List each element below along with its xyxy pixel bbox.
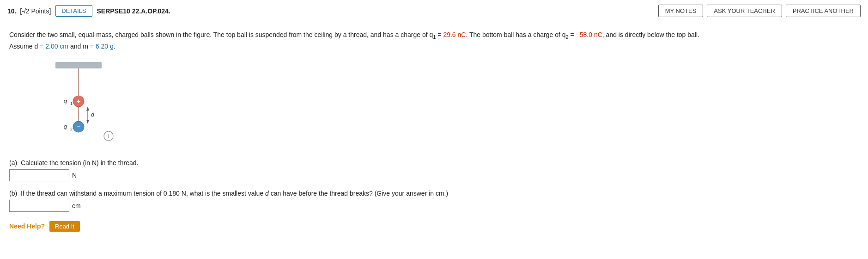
header-left: 10. [-/2 Points] DETAILS SERPSE10 22.A.O… [7,5,653,17]
content-area: Consider the two small, equal-mass, char… [0,22,868,239]
part-a-label: (a) Calculate the tension (in N) in the … [9,159,859,166]
part-a-input-row: N [9,169,859,181]
header-right: MY NOTES ASK YOUR TEACHER PRACTICE ANOTH… [658,5,861,17]
problem-code: SERPSE10 22.A.OP.024. [97,7,170,15]
part-b-input[interactable] [9,200,69,212]
svg-text:+: + [77,98,80,105]
my-notes-button[interactable]: MY NOTES [658,5,704,17]
svg-text:1: 1 [70,101,73,106]
question-number: 10. [-/2 Points] [7,7,51,15]
read-it-button[interactable]: Read It [49,221,80,232]
part-a-input[interactable] [9,169,69,181]
svg-text:q: q [64,123,67,130]
need-help-label: Need Help? [9,222,45,230]
svg-text:q: q [64,98,67,105]
part-a: (a) Calculate the tension (in N) in the … [9,159,859,181]
part-b-label: (b) If the thread can withstand a maximu… [9,190,859,197]
svg-text:2: 2 [70,127,73,131]
svg-marker-7 [86,107,89,111]
part-a-unit: N [72,172,77,179]
need-help-section: Need Help? Read It [9,221,859,232]
svg-text:−: − [77,123,80,130]
svg-text:i: i [108,133,109,140]
problem-header: 10. [-/2 Points] DETAILS SERPSE10 22.A.O… [0,0,868,22]
practice-another-button[interactable]: PRACTICE ANOTHER [786,5,861,17]
figure-area: + q 1 d − q 2 i [37,57,859,150]
ask-teacher-button[interactable]: ASK YOUR TEACHER [707,5,782,17]
part-b-unit: cm [72,202,81,210]
physics-figure: + q 1 d − q 2 i [37,57,129,150]
part-b-input-row: cm [9,200,859,212]
svg-text:d: d [91,111,94,118]
problem-text: Consider the two small, equal-mass, char… [9,30,859,52]
svg-marker-8 [86,120,89,123]
part-b: (b) If the thread can withstand a maximu… [9,190,859,212]
svg-rect-0 [55,62,102,68]
details-button[interactable]: DETAILS [55,5,92,17]
